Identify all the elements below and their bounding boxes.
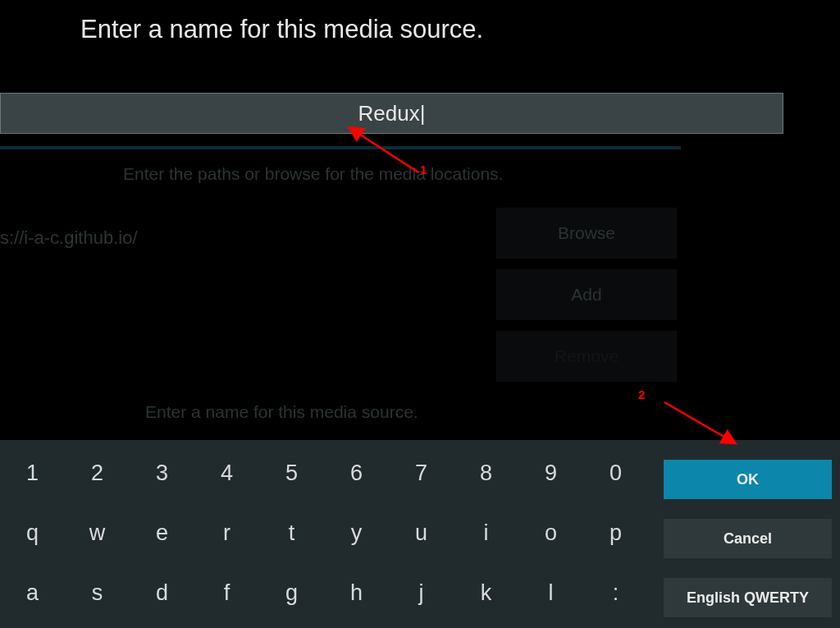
key-5[interactable]: 5 (259, 443, 324, 503)
text-cursor: | (420, 101, 426, 126)
input-value: Redux (358, 101, 420, 126)
key-g[interactable]: g (259, 563, 324, 623)
key-y[interactable]: y (324, 503, 389, 563)
key-d[interactable]: d (130, 563, 194, 623)
key-j[interactable]: j (389, 563, 454, 623)
key-colon[interactable]: : (583, 563, 648, 623)
bg-paths-heading: Enter the paths or browse for the media … (123, 164, 503, 184)
key-row-1: 1 2 3 4 5 6 7 8 9 0 (0, 443, 651, 503)
key-2[interactable]: 2 (65, 443, 130, 503)
key-u[interactable]: u (389, 503, 454, 563)
key-7[interactable]: 7 (389, 443, 454, 503)
key-8[interactable]: 8 (454, 443, 518, 503)
cancel-button[interactable]: Cancel (664, 519, 832, 558)
key-i[interactable]: i (454, 503, 518, 563)
key-1[interactable]: 1 (0, 443, 65, 503)
key-h[interactable]: h (324, 563, 389, 623)
key-6[interactable]: 6 (324, 443, 389, 503)
key-row-4: @ (0, 623, 651, 628)
key-at[interactable]: @ (583, 623, 648, 628)
key-0[interactable]: 0 (583, 443, 648, 503)
keyboard-side-buttons: OK Cancel English QWERTY IP address (664, 440, 840, 628)
key-grid: 1 2 3 4 5 6 7 8 9 0 q w e r t y u i o p … (0, 440, 651, 628)
key-p[interactable]: p (583, 503, 648, 563)
key-r[interactable]: r (194, 503, 259, 563)
key-a[interactable]: a (0, 563, 65, 623)
key-w[interactable]: w (65, 503, 130, 563)
bg-name-heading: Enter a name for this media source. (145, 402, 418, 422)
key-l[interactable]: l (518, 563, 583, 623)
bg-remove-button: Remove (496, 331, 677, 382)
key-row-2: q w e r t y u i o p (0, 503, 651, 563)
key-3[interactable]: 3 (130, 443, 194, 503)
key-f[interactable]: f (194, 563, 259, 623)
source-name-input[interactable]: Redux| (0, 93, 783, 134)
divider (0, 146, 681, 149)
ok-button[interactable]: OK (664, 460, 832, 499)
dialog-title: Enter a name for this media source. (80, 15, 483, 44)
annotation-label-1: 1 (420, 163, 427, 176)
key-o[interactable]: o (518, 503, 583, 563)
layout-button[interactable]: English QWERTY (664, 578, 832, 617)
key-9[interactable]: 9 (518, 443, 583, 503)
bg-path-value: s://i-a-c.github.io/ (0, 227, 138, 249)
key-e[interactable]: e (130, 503, 194, 563)
key-row-3: a s d f g h j k l : (0, 563, 651, 623)
key-k[interactable]: k (454, 563, 518, 623)
key-4[interactable]: 4 (194, 443, 259, 503)
svg-line-3 (664, 402, 727, 438)
key-t[interactable]: t (259, 503, 324, 563)
key-q[interactable]: q (0, 503, 65, 563)
bg-browse-button: Browse (496, 208, 677, 259)
key-s[interactable]: s (65, 563, 130, 623)
bg-add-button: Add (496, 269, 677, 320)
onscreen-keyboard: 1 2 3 4 5 6 7 8 9 0 q w e r t y u i o p … (0, 440, 840, 628)
annotation-label-2: 2 (638, 387, 645, 401)
